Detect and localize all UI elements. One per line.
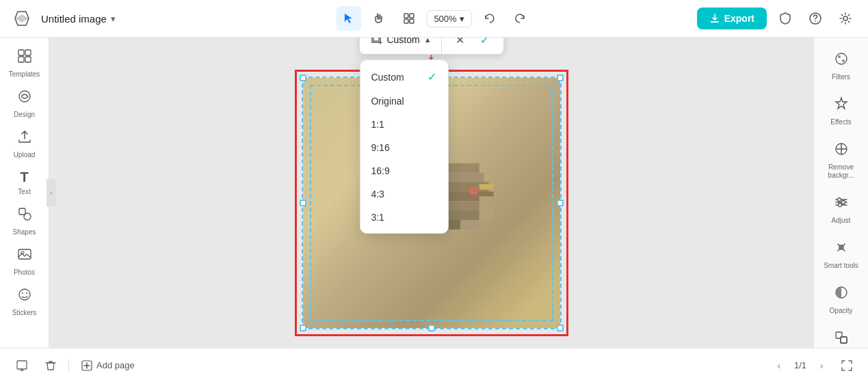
handle-top-right[interactable] (557, 74, 564, 81)
redo-button[interactable] (508, 6, 532, 31)
help-icon-btn[interactable] (804, 7, 827, 30)
svg-rect-47 (841, 337, 847, 343)
hand-tool[interactable] (366, 6, 391, 31)
sidebar-item-stickers[interactable]: Stickers (4, 282, 45, 320)
right-item-arrange[interactable]: Arrange (818, 323, 865, 348)
confirm-icon: ✓ (480, 38, 489, 46)
upload-icon (17, 129, 32, 148)
crop-type-label: Custom (386, 38, 419, 45)
svg-rect-49 (17, 361, 27, 369)
dropdown-3-1-label: 3:1 (371, 212, 384, 223)
handle-bottom-left[interactable] (300, 325, 306, 331)
photos-icon (17, 247, 32, 266)
svg-rect-2 (404, 19, 408, 23)
svg-point-41 (837, 198, 841, 202)
design-label: Design (14, 111, 35, 118)
prev-icon: ‹ (778, 360, 781, 371)
upload-label: Upload (14, 151, 36, 159)
sidebar-item-design[interactable]: Design (4, 83, 45, 122)
effects-icon (834, 96, 849, 115)
dropdown-item-1-1[interactable]: 1:1 (360, 113, 447, 136)
topbar: Untitled image ▾ 500% ▾ (0, 0, 868, 38)
svg-rect-11 (25, 57, 31, 62)
shapes-label: Shapes (13, 228, 36, 236)
right-item-effects[interactable]: Effects (818, 90, 865, 132)
sidebar-item-photos[interactable]: Photos (4, 241, 45, 280)
crop-toolbar: Custom ▲ ✕ ✓ Custom ✓ (358, 38, 503, 55)
opacity-icon (834, 285, 849, 303)
logo[interactable] (11, 8, 33, 29)
right-item-adjust[interactable]: Adjust (818, 188, 865, 230)
svg-rect-4 (711, 21, 719, 23)
sidebar-item-shapes[interactable]: Shapes (4, 201, 45, 240)
dropdown-custom-label: Custom (371, 72, 404, 83)
crop-type-section[interactable]: Custom ▲ (359, 38, 441, 54)
crop-confirm-button[interactable]: ✓ (473, 38, 497, 51)
crop-cancel-button[interactable]: ✕ (449, 38, 472, 51)
smart-tools-label: Smart tools (824, 262, 858, 270)
sidebar-item-templates[interactable]: Templates (4, 43, 45, 82)
arrange-icon (834, 330, 849, 348)
next-page-button[interactable]: › (812, 356, 831, 375)
prev-page-button[interactable]: ‹ (770, 356, 789, 375)
shield-icon-btn[interactable] (774, 7, 797, 30)
handle-bottom-right[interactable] (557, 325, 564, 331)
filters-icon (834, 51, 849, 70)
add-page-button[interactable]: Add page (76, 357, 140, 374)
bottombar: Add page ‹ 1/1 › (0, 348, 868, 382)
dropdown-item-original[interactable]: Original (360, 90, 447, 113)
dropdown-1-1-label: 1:1 (371, 119, 384, 130)
svg-rect-1 (409, 14, 413, 18)
right-item-smart-tools[interactable]: Smart tools (818, 233, 865, 275)
zoom-value: 500% (434, 14, 456, 24)
handle-middle-right[interactable] (557, 200, 564, 206)
grid-tool[interactable] (396, 6, 421, 31)
canvas-content: ↓ Custom ▲ ✕ ✓ (302, 77, 562, 329)
select-tool[interactable] (336, 6, 360, 31)
svg-point-6 (815, 21, 816, 22)
sidebar-item-upload[interactable]: Upload (4, 124, 45, 163)
delete-button[interactable] (40, 355, 62, 377)
svg-rect-15 (18, 249, 31, 259)
bottom-right: ‹ 1/1 › (770, 355, 857, 376)
dropdown-item-custom[interactable]: Custom ✓ (360, 64, 447, 90)
fullscreen-button[interactable] (837, 355, 857, 376)
dropdown-item-4-3[interactable]: 4:3 (360, 182, 447, 206)
dropdown-original-label: Original (371, 96, 404, 107)
dropdown-custom-check: ✓ (428, 70, 436, 83)
handle-middle-left[interactable] (300, 200, 306, 206)
dropdown-4-3-label: 4:3 (371, 189, 384, 200)
crop-icon (369, 38, 382, 49)
crop-dropdown: Custom ✓ Original 1:1 9:16 16:9 (359, 59, 448, 234)
right-item-opacity[interactable]: Opacity (818, 278, 865, 320)
text-icon: T (20, 169, 28, 185)
svg-rect-10 (18, 57, 24, 62)
crop-actions: ✕ ✓ (442, 38, 503, 54)
handle-bottom-middle[interactable] (428, 325, 435, 331)
svg-rect-13 (19, 208, 25, 215)
dropdown-9-16-label: 9:16 (371, 142, 389, 153)
handle-top-left[interactable] (300, 74, 306, 81)
sidebar-item-text[interactable]: T Text (4, 164, 45, 200)
cancel-icon: ✕ (456, 38, 464, 46)
right-item-remove-bg[interactable]: Remove backgr... (818, 135, 865, 185)
svg-point-17 (19, 289, 30, 300)
zoom-chevron: ▾ (460, 14, 464, 24)
svg-rect-0 (404, 14, 408, 18)
zoom-control[interactable]: 500% ▾ (426, 10, 471, 27)
title-chevron[interactable]: ▾ (111, 14, 116, 24)
add-page-label: Add page (96, 360, 135, 370)
dropdown-item-16-9[interactable]: 16:9 (360, 159, 447, 182)
undo-button[interactable] (477, 6, 502, 31)
sidebar-collapse-handle[interactable]: ‹ (47, 179, 56, 206)
present-button[interactable] (11, 355, 33, 377)
stickers-label: Stickers (12, 309, 37, 316)
stickers-icon (17, 287, 32, 306)
export-button[interactable]: Export (697, 8, 767, 29)
settings-icon-btn[interactable] (834, 7, 857, 30)
dropdown-item-3-1[interactable]: 3:1 (360, 206, 447, 229)
right-item-filters[interactable]: Filters (818, 44, 865, 87)
svg-point-19 (26, 292, 27, 294)
dropdown-item-9-16[interactable]: 9:16 (360, 136, 447, 159)
next-icon: › (820, 360, 824, 371)
